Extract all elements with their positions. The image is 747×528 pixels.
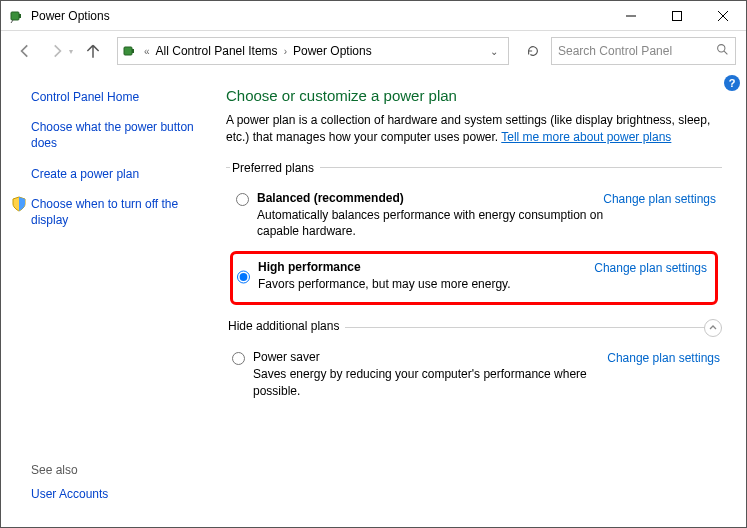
change-settings-saver[interactable]: Change plan settings <box>607 350 720 365</box>
close-button[interactable] <box>700 1 746 31</box>
up-button[interactable] <box>79 37 107 65</box>
sidebar: Control Panel Home Choose what the power… <box>1 71 216 527</box>
change-settings-balanced[interactable]: Change plan settings <box>603 191 716 206</box>
shield-icon <box>11 196 27 212</box>
search-input[interactable] <box>558 44 698 58</box>
search-icon[interactable] <box>716 43 729 59</box>
highlighted-plan: High performance Favors performance, but… <box>230 251 718 305</box>
app-icon <box>9 8 25 24</box>
svg-point-8 <box>718 45 725 52</box>
additional-plans-group: Hide additional plans Power saver Saves … <box>226 327 722 402</box>
maximize-button[interactable] <box>654 1 700 31</box>
preferred-plans-group: Preferred plans Balanced (recommended) A… <box>226 161 722 310</box>
change-settings-high[interactable]: Change plan settings <box>594 260 707 292</box>
nav-bar: ▾ « All Control Panel Items › Power Opti… <box>1 31 746 71</box>
plan-saver-radio[interactable] <box>232 352 245 365</box>
turn-off-display-link[interactable]: Choose when to turn off the display <box>31 196 204 228</box>
control-panel-home-link[interactable]: Control Panel Home <box>31 89 204 105</box>
svg-line-9 <box>724 51 727 54</box>
svg-rect-3 <box>673 11 682 20</box>
svg-rect-0 <box>11 12 19 20</box>
user-accounts-link[interactable]: User Accounts <box>31 487 108 501</box>
help-icon[interactable]: ? <box>724 75 740 91</box>
hide-plans-legend: Hide additional plans <box>226 319 345 333</box>
power-options-icon <box>122 43 138 59</box>
create-plan-link[interactable]: Create a power plan <box>31 166 204 182</box>
svg-rect-1 <box>19 14 21 18</box>
learn-more-link[interactable]: Tell me more about power plans <box>501 130 671 144</box>
address-dropdown-icon[interactable]: ⌄ <box>484 46 504 57</box>
breadcrumb-item[interactable]: All Control Panel Items <box>156 44 278 58</box>
plan-high-name: High performance <box>258 260 594 274</box>
search-box[interactable] <box>551 37 736 65</box>
address-bar[interactable]: « All Control Panel Items › Power Option… <box>117 37 509 65</box>
plan-high-desc: Favors performance, but may use more ene… <box>258 276 594 292</box>
page-title: Choose or customize a power plan <box>226 87 722 104</box>
content-area: ? Choose or customize a power plan A pow… <box>216 71 746 527</box>
plan-balanced-radio[interactable] <box>236 193 249 206</box>
collapse-icon[interactable] <box>704 319 722 337</box>
svg-rect-7 <box>132 49 134 53</box>
svg-rect-6 <box>124 47 132 55</box>
recent-dropdown-icon[interactable]: ▾ <box>69 47 73 56</box>
plan-balanced-desc: Automatically balances performance with … <box>257 207 603 239</box>
window-title: Power Options <box>31 9 608 23</box>
plan-balanced-row: Balanced (recommended) Automatically bal… <box>230 185 718 243</box>
plan-balanced-name: Balanced (recommended) <box>257 191 603 205</box>
plan-saver-name: Power saver <box>253 350 607 364</box>
breadcrumb-item[interactable]: Power Options <box>293 44 372 58</box>
forward-button[interactable] <box>43 37 71 65</box>
preferred-plans-legend: Preferred plans <box>230 161 320 175</box>
chevron-right-icon: › <box>282 46 289 57</box>
breadcrumb-prefix-chevrons[interactable]: « <box>142 46 152 57</box>
plan-saver-row: Power saver Saves energy by reducing you… <box>226 344 722 402</box>
back-button[interactable] <box>11 37 39 65</box>
see-also-label: See also <box>31 463 78 477</box>
minimize-button[interactable] <box>608 1 654 31</box>
refresh-button[interactable] <box>519 37 547 65</box>
title-bar: Power Options <box>1 1 746 31</box>
power-button-link[interactable]: Choose what the power button does <box>31 119 204 151</box>
plan-high-radio[interactable] <box>237 262 250 292</box>
intro-text: A power plan is a collection of hardware… <box>226 112 722 147</box>
plan-saver-desc: Saves energy by reducing your computer's… <box>253 366 607 398</box>
